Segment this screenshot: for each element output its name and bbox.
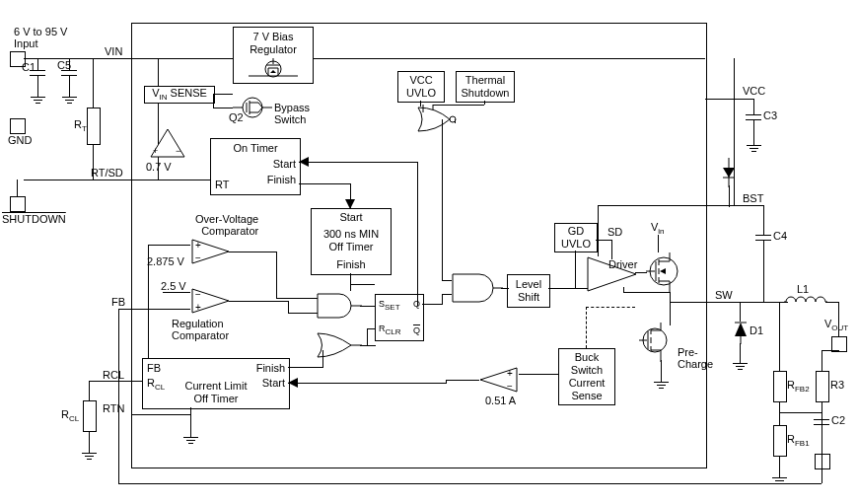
precharge-mosfet-icon bbox=[639, 321, 675, 364]
wire bbox=[623, 287, 624, 293]
pin-sw: SW bbox=[715, 289, 733, 301]
svg-marker-49 bbox=[288, 378, 298, 388]
wire bbox=[131, 58, 705, 59]
reg-comparator-label: Regulation Comparator bbox=[172, 318, 229, 341]
c2-label: C2 bbox=[831, 414, 845, 426]
l1-label: L1 bbox=[797, 283, 809, 295]
wire bbox=[69, 75, 70, 87]
wire bbox=[433, 105, 484, 106]
pin-bst: BST bbox=[743, 192, 763, 204]
wire bbox=[729, 185, 730, 207]
on-timer-title: On Timer bbox=[211, 139, 300, 155]
wire bbox=[446, 380, 447, 384]
input-range-label: 6 V to 95 V bbox=[14, 26, 67, 37]
wire bbox=[825, 302, 839, 303]
diode-vcc-bst-icon bbox=[720, 158, 738, 187]
wire bbox=[299, 183, 351, 184]
wire bbox=[779, 337, 780, 371]
wire bbox=[350, 273, 351, 291]
input-label: Input bbox=[14, 37, 37, 49]
wire bbox=[360, 345, 376, 346]
svg-text:+: + bbox=[153, 146, 158, 156]
wire bbox=[229, 252, 276, 252]
driver-vin-label: Vin bbox=[651, 221, 665, 236]
resistor-rcl-body bbox=[83, 400, 97, 432]
wire bbox=[163, 292, 190, 293]
wire bbox=[779, 401, 780, 425]
vout-label: VOUT bbox=[824, 318, 848, 332]
wire bbox=[118, 483, 706, 484]
reg-comparator-icon: − + bbox=[189, 286, 233, 316]
wire bbox=[276, 252, 277, 298]
off-timer-body: 300 ns MIN Off Timer bbox=[312, 224, 391, 253]
wire bbox=[705, 483, 821, 484]
cap-plate bbox=[755, 235, 771, 236]
ov-comparator-icon: + − bbox=[189, 237, 233, 266]
wire bbox=[93, 58, 94, 108]
block-diagram: 6 V to 95 V Input VIN C1 C5 GND RT RT/SD… bbox=[0, 0, 857, 504]
arrow-left-icon bbox=[299, 156, 311, 168]
wire bbox=[442, 294, 443, 305]
pin-rtn: RTN bbox=[103, 402, 124, 414]
cl-timer-title: Current Limit Off Timer bbox=[143, 380, 289, 405]
pin-vcc: VCC bbox=[743, 85, 765, 97]
wire bbox=[442, 280, 452, 281]
resistor-r3-body bbox=[816, 371, 829, 402]
wire bbox=[89, 381, 142, 382]
wire bbox=[37, 58, 38, 70]
svg-marker-7 bbox=[270, 70, 276, 73]
wire bbox=[131, 414, 190, 415]
on-timer-block: On Timer Start Finish RT bbox=[210, 138, 301, 195]
rcl-label: RCL bbox=[61, 408, 79, 423]
bypass-switch-label: Bypass Switch bbox=[274, 102, 310, 125]
wire bbox=[288, 367, 322, 368]
cl-finish: Finish bbox=[256, 362, 285, 375]
wire-dashed bbox=[586, 307, 635, 308]
wire bbox=[446, 380, 479, 381]
and-gate-1-icon bbox=[315, 291, 362, 321]
wire bbox=[299, 162, 417, 163]
svg-marker-23 bbox=[345, 199, 355, 209]
svg-marker-61 bbox=[723, 168, 735, 178]
arrow-left-icon bbox=[288, 377, 300, 389]
wire bbox=[288, 383, 446, 384]
wire bbox=[131, 180, 222, 180]
q2-label: Q2 bbox=[229, 111, 244, 123]
wire bbox=[753, 99, 754, 114]
ov-comparator-label: Over-Voltage Comparator bbox=[195, 213, 258, 237]
cl-fb: FB bbox=[147, 362, 161, 375]
wire bbox=[89, 431, 90, 443]
wire bbox=[288, 313, 318, 314]
wire bbox=[190, 407, 191, 427]
pad-shutdown bbox=[10, 196, 26, 212]
r3-label: R3 bbox=[830, 379, 844, 391]
cap-plate bbox=[746, 114, 761, 115]
bias-reg-text: 7 V Bias Regulator bbox=[250, 31, 297, 56]
wire bbox=[350, 284, 375, 285]
wire bbox=[598, 205, 706, 206]
inductor-l1-icon bbox=[784, 294, 827, 310]
wire bbox=[442, 119, 443, 280]
vcc-uvlo-block: VCC UVLO bbox=[397, 71, 445, 103]
wire bbox=[611, 240, 612, 259]
and-gate-2-icon bbox=[450, 271, 503, 305]
wire bbox=[148, 309, 149, 358]
precharge-label: Pre- Charge bbox=[678, 346, 713, 370]
d1-label: D1 bbox=[750, 324, 763, 336]
buck-comparator-icon: + − bbox=[476, 365, 520, 395]
svg-text:+: + bbox=[195, 302, 201, 313]
resistor-rfb1-body bbox=[773, 425, 787, 457]
wire bbox=[575, 251, 576, 289]
wire bbox=[17, 180, 18, 197]
arrow-down-icon bbox=[343, 197, 357, 211]
ov-ref: 2.875 V bbox=[147, 255, 184, 267]
wire bbox=[705, 205, 764, 206]
pmos-icon bbox=[249, 58, 298, 80]
thermal-shutdown-block: Thermal Shutdown bbox=[456, 71, 515, 103]
vin-sense-comparator-icon: + − bbox=[148, 126, 187, 160]
vin-sense-ref: 0.7 V bbox=[146, 161, 172, 173]
wire bbox=[420, 101, 421, 107]
wire bbox=[598, 205, 599, 256]
wire bbox=[276, 298, 318, 299]
resistor-rfb2-body bbox=[773, 371, 787, 402]
